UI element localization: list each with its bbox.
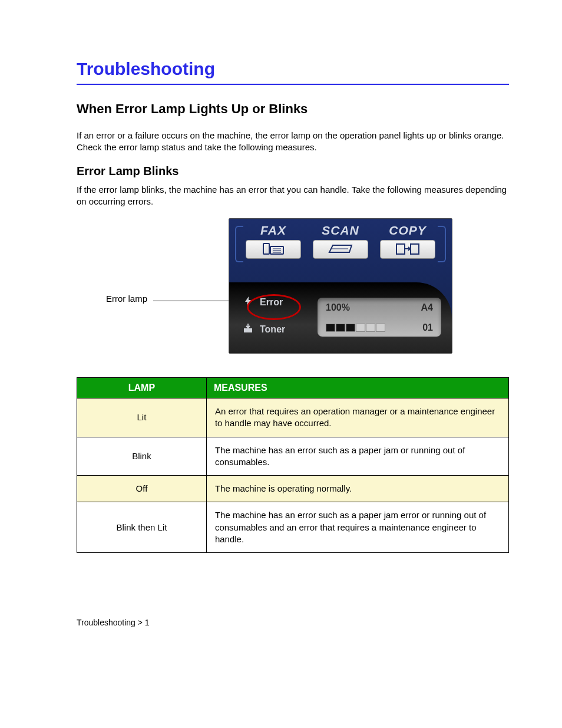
lamp-cell: Blink [77, 437, 207, 476]
toner-indicator-label: Toner [260, 324, 285, 335]
title-rule [77, 84, 509, 85]
table-row: Blink then LitThe machine has an error s… [77, 502, 509, 553]
sub-paragraph: If the error lamp blinks, the machine ha… [77, 184, 509, 208]
lower-panel: Error Toner 100% A4 [229, 282, 452, 353]
mode-scan-label: SCAN [309, 223, 372, 238]
svg-rect-8 [244, 328, 252, 332]
lamp-cell: Off [77, 476, 207, 502]
page-footer: Troubleshooting > 1 [77, 618, 509, 627]
subsection-heading: Error Lamp Blinks [77, 164, 509, 178]
th-lamp: LAMP [77, 378, 207, 398]
measures-cell: An error that requires an operation mana… [206, 398, 508, 437]
toner-indicator: Toner [242, 322, 307, 337]
table-row: LitAn error that requires an operation m… [77, 398, 509, 437]
svg-rect-0 [263, 243, 269, 254]
copy-button[interactable] [380, 240, 435, 259]
fax-button[interactable] [246, 240, 300, 259]
lcd-bar [326, 324, 335, 332]
lcd-display: 100% A4 01 [318, 298, 441, 337]
bracket-right [438, 226, 446, 262]
device-panel: FAX SCAN COPY [229, 218, 452, 354]
lcd-bar [356, 324, 365, 332]
lcd-bar [366, 324, 375, 332]
mode-copy: COPY [374, 223, 441, 259]
lcd-zoom: 100% [326, 302, 350, 313]
lcd-bar [336, 324, 345, 332]
figure-wrapper: Error lamp FAX SCAN [77, 218, 509, 360]
lamp-cell: Lit [77, 398, 207, 437]
mode-fax-label: FAX [242, 223, 305, 238]
table-row: BlinkThe machine has an error such as a … [77, 437, 509, 476]
indicator-column: Error Toner [242, 291, 307, 353]
mode-row: FAX SCAN COPY [229, 219, 452, 259]
th-measures: MEASURES [206, 378, 508, 398]
table-row: OffThe machine is operating normally. [77, 476, 509, 502]
fax-icon [260, 242, 287, 258]
lcd-bar [376, 324, 385, 332]
measures-cell: The machine has an error such as a paper… [206, 437, 508, 476]
measures-cell: The machine has an error such as a paper… [206, 502, 508, 553]
lamp-table-body: LitAn error that requires an operation m… [77, 398, 509, 553]
bracket-left [235, 226, 243, 262]
scan-icon [327, 242, 354, 258]
error-highlight-circle [247, 294, 301, 320]
lcd-tray: 01 [422, 322, 433, 333]
toner-icon [242, 322, 254, 337]
lamp-cell: Blink then Lit [77, 502, 207, 553]
error-lamp-callout: Error lamp [106, 294, 147, 304]
mode-scan: SCAN [307, 223, 374, 259]
svg-rect-6 [396, 244, 405, 254]
lcd-bars [326, 324, 385, 332]
lamp-table: LAMP MEASURES LitAn error that requires … [77, 377, 509, 553]
mode-fax: FAX [240, 223, 307, 259]
intro-paragraph: If an error or a failure occurs on the m… [77, 130, 509, 154]
lcd-paper: A4 [421, 302, 433, 313]
scan-button[interactable] [313, 240, 368, 259]
mode-copy-label: COPY [376, 223, 439, 238]
lcd-bar [346, 324, 355, 332]
measures-cell: The machine is operating normally. [206, 476, 508, 502]
page-title: Troubleshooting [77, 59, 509, 79]
leader-line [153, 301, 230, 301]
svg-rect-7 [411, 244, 419, 254]
copy-icon [394, 242, 421, 258]
section-heading: When Error Lamp Lights Up or Blinks [77, 101, 509, 117]
